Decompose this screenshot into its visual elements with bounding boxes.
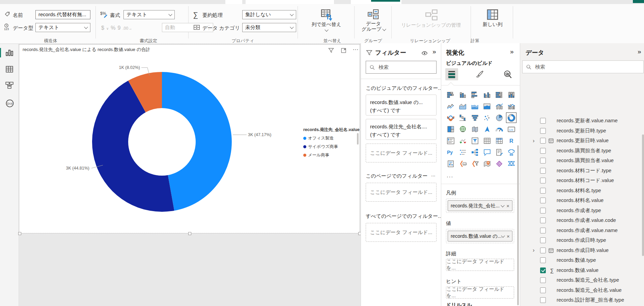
data-field-row[interactable]: records.作成者.value.code xyxy=(521,215,643,225)
arcgis-map-icon[interactable] xyxy=(483,159,491,168)
tooltips-drop-area[interactable]: ここにデータ フィールドを... xyxy=(446,286,514,299)
field-checkbox[interactable] xyxy=(540,237,546,243)
data-field-row[interactable]: ›records.作成日時.value xyxy=(521,246,643,255)
visual-filter-drop-area[interactable]: ここにデータ フィールド... xyxy=(366,144,437,162)
custom-visual-diamond-icon[interactable] xyxy=(495,159,503,168)
pill-dropdown-icon[interactable] xyxy=(501,234,505,237)
remove-field-icon[interactable]: × xyxy=(506,203,509,209)
clustered-column-chart-icon[interactable] xyxy=(483,91,491,99)
canvas-scrollbar-thumb[interactable] xyxy=(357,133,359,145)
treemap-icon[interactable] xyxy=(446,125,455,133)
clustered-bar-chart-icon[interactable] xyxy=(471,91,479,99)
data-field-row[interactable]: records.材料コード.value xyxy=(521,176,643,185)
field-checkbox[interactable] xyxy=(540,118,546,124)
expand-chevron-icon[interactable]: › xyxy=(533,249,535,252)
smart-narrative-icon[interactable] xyxy=(495,148,503,156)
filled-map-icon[interactable] xyxy=(471,125,479,133)
datatype-select[interactable]: テキスト xyxy=(35,23,90,32)
data-pane-scrollbar-thumb[interactable] xyxy=(642,134,644,256)
field-checkbox[interactable] xyxy=(540,128,546,134)
legend-item[interactable]: メール商事 xyxy=(303,152,360,158)
field-checkbox[interactable] xyxy=(540,198,546,203)
analytics-tab[interactable] xyxy=(501,68,514,80)
line-clustered-column-chart-icon[interactable] xyxy=(507,102,515,110)
data-field-row[interactable]: records.更新者.value.name xyxy=(521,116,643,126)
data-field-row[interactable]: records.設計部署_担当者.type xyxy=(521,295,643,305)
stacked-column-chart-icon[interactable] xyxy=(458,91,467,99)
legend-field-pill[interactable]: records.発注先_会社... × xyxy=(448,200,512,211)
collapse-viz-pane-icon[interactable]: » xyxy=(510,48,514,55)
legend-item[interactable]: オフィス製造 xyxy=(303,135,360,141)
data-field-row[interactable]: records.作成日時.type xyxy=(521,235,643,245)
paginated-report-icon[interactable] xyxy=(446,159,455,168)
collapse-filter-pane-icon[interactable]: » xyxy=(432,48,436,55)
pct-stacked-column-chart-icon[interactable] xyxy=(507,91,515,99)
viz-pane-scrollbar-thumb[interactable] xyxy=(517,145,519,305)
eye-icon[interactable] xyxy=(421,50,428,57)
field-checkbox[interactable] xyxy=(540,297,546,303)
values-well[interactable]: records.数値.value の... × xyxy=(446,229,514,243)
gauge-icon[interactable] xyxy=(495,125,503,133)
field-checkbox[interactable] xyxy=(540,138,546,144)
field-checkbox[interactable] xyxy=(540,267,546,273)
data-field-row[interactable]: records.作成者.value.name xyxy=(521,226,643,235)
line-chart-icon[interactable] xyxy=(446,102,455,110)
pill-dropdown-icon[interactable] xyxy=(501,203,505,207)
legend-item[interactable]: サイボウズ商事 xyxy=(303,144,360,150)
focus-mode-icon[interactable] xyxy=(340,47,347,54)
page-filters-more-icon[interactable]: ... xyxy=(431,172,436,177)
matrix-icon[interactable] xyxy=(495,136,503,145)
field-checkbox[interactable] xyxy=(540,287,546,293)
quick-automate-icon[interactable] xyxy=(471,159,479,168)
data-field-row[interactable]: records.購買担当者.value xyxy=(521,156,643,165)
python-script-icon[interactable]: Py xyxy=(446,148,455,156)
waterfall-chart-icon[interactable] xyxy=(458,113,467,122)
more-options-icon[interactable]: … xyxy=(353,45,359,52)
data-field-row[interactable]: ∑records.数値.value xyxy=(521,265,643,275)
card-icon[interactable]: 123 xyxy=(507,125,515,133)
expand-chevron-icon[interactable]: › xyxy=(533,139,535,143)
build-visual-tab[interactable] xyxy=(445,68,458,80)
format-visual-tab[interactable] xyxy=(473,68,486,80)
data-field-row[interactable]: records.数値.type xyxy=(521,255,643,265)
field-checkbox[interactable] xyxy=(540,277,546,283)
ribbon-chart-icon[interactable] xyxy=(446,113,455,122)
multi-row-card-icon[interactable] xyxy=(446,136,455,145)
ribbon-tab-remnant[interactable] xyxy=(225,0,242,4)
field-checkbox[interactable] xyxy=(540,248,546,253)
format-select[interactable]: テキスト xyxy=(123,10,175,19)
data-field-row[interactable]: records.材料名.value xyxy=(521,196,643,205)
map-icon[interactable] xyxy=(458,125,467,133)
more-visuals-icon[interactable]: ... xyxy=(447,172,453,179)
data-field-row[interactable]: records.材料コード.type xyxy=(521,166,643,176)
donut-chart-icon[interactable] xyxy=(507,113,515,122)
field-checkbox[interactable] xyxy=(540,188,546,194)
field-checkbox[interactable] xyxy=(540,208,546,213)
key-influencers-icon[interactable] xyxy=(458,148,467,156)
table-icon[interactable] xyxy=(483,136,491,145)
data-field-row[interactable]: records.作成者.type xyxy=(521,206,643,215)
table-view-button[interactable] xyxy=(5,65,14,74)
power-apps-icon[interactable]: 123 xyxy=(458,159,467,168)
visual-filter-icon[interactable] xyxy=(328,47,334,54)
field-checkbox[interactable] xyxy=(540,178,546,183)
field-checkbox[interactable] xyxy=(540,257,546,263)
metrics-icon[interactable] xyxy=(507,148,515,156)
data-field-row[interactable]: records.更新日時.type xyxy=(521,126,643,136)
data-field-row[interactable]: ›records.更新日時.value xyxy=(521,136,643,146)
ribbon-tab-remnant[interactable] xyxy=(246,0,334,4)
field-checkbox[interactable] xyxy=(540,218,546,223)
report-view-button[interactable] xyxy=(5,48,14,57)
decomposition-tree-icon[interactable] xyxy=(471,148,479,156)
resize-handle-bl[interactable] xyxy=(18,232,21,235)
field-checkbox[interactable] xyxy=(540,158,546,163)
pie-chart-icon[interactable] xyxy=(495,113,503,122)
new-column-button[interactable]: 新しい列 xyxy=(477,8,508,27)
qna-icon[interactable] xyxy=(483,148,491,156)
filter-card[interactable]: records.発注先_会社名....(すべて) です xyxy=(366,119,437,140)
summarize-select[interactable]: 集計しない xyxy=(242,10,296,19)
r-script-icon[interactable]: R xyxy=(507,136,515,145)
power-automate-icon[interactable] xyxy=(507,159,515,168)
field-checkbox[interactable] xyxy=(540,168,546,174)
legend-well[interactable]: records.発注先_会社... × xyxy=(446,199,514,213)
